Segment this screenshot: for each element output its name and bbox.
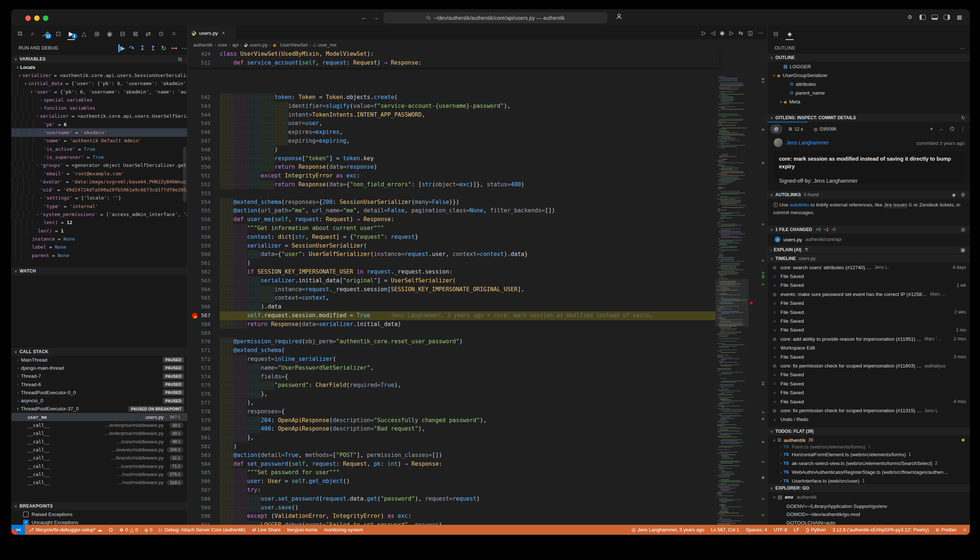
expand-arrow-icon[interactable]: › [38,196,43,200]
expand-arrow-icon[interactable]: ∨ [778,100,783,104]
open-changes-icon[interactable]: ⇆ [738,30,743,36]
statusbar-git-branch[interactable]: ⎇lifecycle/fix-debugger-setup*☁ [25,525,105,535]
variable-row[interactable]: 'pk' = 6 [12,120,187,128]
testing-icon[interactable]: △ [79,28,89,39]
thread-row[interactable]: ›Thread-6PAUSED [12,380,187,388]
code-line[interactable]: 570····@permission_required(obj_perm="au… [187,337,715,346]
breakpoints-section-header[interactable]: ∨BREAKPOINTS [12,502,187,510]
variable-row[interactable]: 'is_superuser' = True [12,153,187,161]
code-area[interactable]: 542················token: Token = Token.… [187,50,767,525]
thread-row[interactable]: ›MainThreadPAUSED [12,356,187,364]
timeline-item[interactable]: ◎core: fix permission check for scoped i… [767,406,970,415]
timeline-item[interactable]: ○Undo / Redo [767,415,970,424]
code-line[interactable]: 543····················identifier=slugif… [187,102,715,111]
step-over-icon[interactable]: ↷ [128,44,135,52]
code-line[interactable]: 582····) [187,442,715,451]
explorer-go-section-header[interactable]: ∨EXPLORER: GO [767,484,970,492]
code-line[interactable]: 550················return Response(data=… [187,163,715,172]
timeline-item[interactable]: ◎events: make sure password set event ha… [767,290,970,298]
code-line[interactable]: 581········}, [187,433,715,442]
variable-row[interactable]: instance = None [12,235,187,243]
gitlens-inspect-icon[interactable]: ⊟ [771,28,780,39]
zoom-window-button[interactable] [43,15,48,21]
variable-row[interactable]: ∨serializer = <authentik.core.api.users.… [12,71,187,79]
code-line[interactable]: 590········except (ValidationError, Inte… [187,512,715,521]
expand-arrow-icon[interactable]: › [15,390,21,395]
todo-file-row[interactable]: ›TSWebAuthnAuthenticatorRegisterStage.ts… [767,468,970,477]
breadcrumb-item[interactable]: ◇user_me [312,42,336,48]
code-line[interactable]: 586········user: User = self.get_object(… [187,477,715,486]
step-out-icon[interactable]: ↥ [149,44,157,52]
run-circle-icon[interactable]: ⊙ [156,28,166,39]
timeline-item[interactable]: ○File Saved [767,370,970,379]
timeline-item[interactable]: ○File Saved1 wk [767,281,970,290]
code-line[interactable]: 562········if SESSION_KEY_IMPERSONATE_US… [187,268,715,277]
code-line[interactable]: 576············}, [187,390,715,398]
previous-change-icon[interactable]: ◁ [711,30,715,36]
variable-row[interactable]: ›'system_permissions' = ['access_admin_i… [12,210,187,218]
expand-arrow-icon[interactable]: › [15,383,21,387]
expand-arrow-icon[interactable]: ∨ [23,82,28,85]
code-line[interactable]: 549················response["token"] = t… [187,154,715,163]
code-line[interactable]: 568········return Response(data=serializ… [187,320,715,329]
statusbar-eol[interactable]: LF [790,525,802,535]
view-mode-icon[interactable]: ⊞ [961,227,965,233]
stack-frame-row[interactable]: __call__…/core/middleware.py48:1 [12,438,187,446]
code-line[interactable]: 566············).data [187,303,715,312]
expand-arrow-icon[interactable]: › [38,106,43,110]
breadcrumb-item[interactable]: api [232,42,238,48]
variable-row[interactable]: ∨'user' = {'pk': 6, 'username': 'akadmin… [12,88,187,96]
expand-arrow-icon[interactable]: › [778,470,783,474]
code-line[interactable]: 542················token: Token = Token.… [187,93,715,102]
timeline-item[interactable]: ○Workspace Edit [767,343,970,352]
outline-item[interactable]: ⊡parent_name [767,88,970,97]
timeline-item[interactable]: ○File Saved [767,388,970,397]
timeline-item[interactable]: ○File Saved2 wks [767,308,970,317]
tab-users-py[interactable]: users.py × [187,26,236,40]
go-env-var[interactable]: GOENV=~/Library/Application Support/go/e… [767,502,970,510]
code-line[interactable]: 557········"""Get information about curr… [187,224,715,233]
more-actions-icon[interactable]: ⋯ [758,30,763,36]
copy-value-icon[interactable]: ⧉ [178,56,182,62]
todo-file-row[interactable]: ›TSForm.ts (web/src/elements/forms)1 [767,444,970,450]
outline-item[interactable]: ⊡attributes [767,80,970,88]
remote-explorer-icon[interactable]: ⊡ [53,28,63,39]
code-line[interactable]: 547····················expiring=expiring… [187,137,715,146]
code-line[interactable]: 558········context: dict[str, Request] =… [187,233,715,242]
code-line[interactable]: 564················instance=request._req… [187,285,715,294]
expand-arrow-icon[interactable]: › [15,358,21,362]
sticky-line[interactable]: 512····def service_account(self, request… [187,59,715,67]
code-line[interactable]: 546····················expires=expires, [187,128,715,137]
explain-ai-section-header[interactable]: ›EXPLAIN (AI) ⚗ ▣ [767,245,970,254]
todos-root-row[interactable]: ∨ ⧉ authentik 39 [767,436,970,445]
account-menu-icon[interactable] [616,13,622,21]
timeline-section-header[interactable]: ∨TIMELINE users.py [767,254,970,263]
settings-gear-icon[interactable]: ⚙ [906,13,913,21]
explain-chat-icon[interactable]: ▣ [960,247,965,253]
toggle-panel-icon[interactable] [932,15,938,20]
jira-link[interactable]: Jira issues [884,202,907,208]
todo-file-row[interactable]: ›TSak-search-select-view.ts (web/src/ele… [767,459,970,468]
variable-row[interactable]: parent = None [12,251,187,259]
expand-arrow-icon[interactable]: › [35,163,40,167]
code-line[interactable]: 584····def set_password(self, request: R… [187,460,715,469]
variable-row[interactable]: 'username' = 'akadmin' [12,128,187,137]
code-line[interactable]: 578········responses={ [187,407,715,416]
code-line[interactable]: 545····················user=user, [187,119,715,128]
code-line[interactable]: 572········request=inline_serializer( [187,355,715,364]
sticky-line[interactable]: 424class UserViewSet(UsedByMixin, ModelV… [187,50,715,59]
statusbar-ports[interactable]: ψ0 [141,525,156,535]
statusbar-notifications-bell[interactable]: ⍾ [960,525,970,535]
variable-row[interactable]: ∨initial_data = {'user': {'pk': 6, 'user… [12,80,187,88]
back-icon[interactable]: ← [939,126,944,132]
code-line[interactable]: 585········"""Set password for user""" [187,468,715,477]
code-line[interactable]: 591············LOGGER.debug(event="Faile… [187,521,715,525]
code-line[interactable]: 583····@action(detail=True, methods=["PO… [187,451,715,460]
code-line[interactable]: 575················"password": CharField… [187,381,715,390]
code-line[interactable]: 580············400: OpenApiResponse(desc… [187,425,715,433]
outline-item[interactable]: ∨◈UserGroupSerializer [767,71,970,80]
code-line[interactable]: 577········), [187,398,715,407]
stack-frame-row[interactable]: __call__…/enterprise/middleware.py39:1 [12,421,187,429]
explorer-icon[interactable]: ⧉ [15,28,25,39]
go-env-var[interactable]: GOTOOLCHAIN=auto [767,518,970,525]
